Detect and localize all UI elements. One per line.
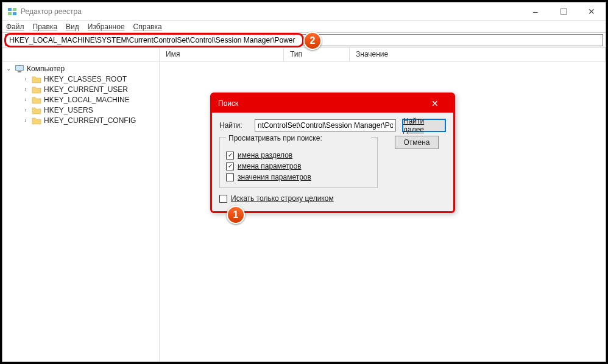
checkbox-keys[interactable]: ✓ [226,152,234,159]
chevron-right-icon: › [22,86,29,93]
folder-icon [32,75,41,83]
tree-item-label: HKEY_LOCAL_MACHINE [44,96,130,104]
tree-item-label: HKEY_CURRENT_USER [44,85,128,94]
find-next-button[interactable]: Найти далее [402,119,446,132]
svg-rect-5 [16,66,23,70]
cancel-button[interactable]: Отмена [395,136,439,149]
computer-icon [15,65,24,73]
whole-string-label: Искать только строку целиком [231,194,334,203]
tree-item-hku[interactable]: › HKEY_USERS [2,105,159,115]
tree-panel: ⌄ Компьютер › HKEY_CLASSES_ROOT › HKEY_C… [2,62,160,362]
check-keys-label: имена разделов [238,151,292,159]
tree-item-hkcu[interactable]: › HKEY_CURRENT_USER [2,84,159,94]
whole-string-row[interactable]: Искать только строку целиком [219,193,446,204]
chevron-right-icon: › [22,117,29,124]
dialog-side-buttons: Отмена [395,136,439,149]
regedit-icon [7,7,17,16]
tree-root-label: Компьютер [27,65,65,73]
find-input[interactable] [255,119,396,131]
chevron-right-icon: › [22,107,29,113]
col-value[interactable]: Значение [350,47,606,61]
step-badge-2: 2 [303,32,322,50]
tree-item-label: HKEY_CURRENT_CONFIG [44,116,136,125]
checkbox-values[interactable]: ✓ [226,163,234,170]
check-data-label: значения параметров [238,173,311,181]
check-data-row[interactable]: значения параметров [226,172,371,183]
dialog-title-text: Поиск [218,99,238,108]
close-button[interactable]: ✕ [578,2,606,21]
find-row: Найти: Найти далее [219,119,446,132]
menu-help[interactable]: Справка [133,23,162,31]
tree-header [2,47,160,61]
window-title: Редактор реестра [21,7,82,16]
folder-icon [32,106,41,114]
dialog-titlebar: Поиск ✕ [212,94,453,113]
column-headers: Имя Тип Значение [2,47,606,62]
check-values-row[interactable]: ✓ имена параметров [226,161,371,172]
chevron-down-icon: ⌄ [5,65,12,72]
svg-rect-1 [13,8,16,11]
chevron-right-icon: › [22,75,29,82]
checkbox-data[interactable] [226,173,234,181]
svg-rect-6 [18,71,21,72]
tree-item-label: HKEY_CLASSES_ROOT [44,75,127,83]
tree-item-hklm[interactable]: › HKEY_LOCAL_MACHINE [2,94,159,105]
tree-item-hkcc[interactable]: › HKEY_CURRENT_CONFIG [2,115,159,125]
find-dialog: Поиск ✕ Найти: Найти далее Просматривать… [210,93,455,213]
minimize-button[interactable]: – [521,2,550,21]
chevron-right-icon: › [22,96,29,103]
menu-edit[interactable]: Правка [33,23,58,31]
svg-rect-0 [8,8,12,11]
tree-item-label: HKEY_USERS [44,106,93,114]
folder-icon [32,116,41,125]
fieldset-legend: Просматривать при поиске: [226,134,371,142]
step-badge-1: 1 [227,206,245,224]
menu-file[interactable]: Файл [6,23,24,31]
menu-favorites[interactable]: Избранное [88,23,125,31]
tree-root[interactable]: ⌄ Компьютер [2,63,159,74]
tree-item-hkcr[interactable]: › HKEY_CLASSES_ROOT [2,74,159,84]
maximize-button[interactable]: ☐ [550,2,578,21]
find-label: Найти: [219,121,249,130]
folder-icon [32,85,41,94]
menubar: Файл Правка Вид Избранное Справка [2,21,606,33]
col-type[interactable]: Тип [284,47,350,61]
checkbox-whole[interactable] [219,195,227,203]
folder-icon [32,96,41,104]
look-at-fieldset: Просматривать при поиске: ✓ имена раздел… [219,137,378,188]
dialog-body: Найти: Найти далее Просматривать при пои… [212,113,453,211]
svg-rect-2 [8,12,12,15]
dialog-close-button[interactable]: ✕ [423,99,447,108]
check-values-label: имена параметров [238,162,302,170]
col-name[interactable]: Имя [160,47,284,61]
window-buttons: – ☐ ✕ [521,2,606,21]
svg-rect-3 [13,12,16,15]
menu-view[interactable]: Вид [66,23,79,31]
check-keys-row[interactable]: ✓ имена разделов [226,150,371,161]
titlebar: Редактор реестра – ☐ ✕ [2,2,606,21]
